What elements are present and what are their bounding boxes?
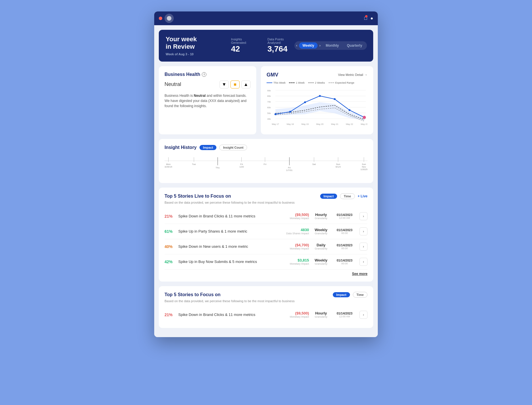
user-icon[interactable]: ● <box>370 16 373 21</box>
period-quarterly-button[interactable]: Quarterly <box>343 42 365 49</box>
top5-live-subtitle: Based on the data provided, we perceive … <box>165 201 367 204</box>
story-row-1: 21% Spike Down in Brand Clicks & 11 more… <box>165 209 367 224</box>
story-3-arrow[interactable]: › <box>359 243 367 251</box>
legend-1-week: 1 Week <box>289 81 304 84</box>
health-icons: ▼ ■ ▲ <box>220 80 251 89</box>
story-2-impact-label: Data Shares Impact <box>286 232 309 235</box>
story-3-freq-value: Daily <box>312 243 330 247</box>
notification-dot <box>365 15 367 17</box>
tick-2: Tue <box>192 157 196 172</box>
legend-this-week: This Week <box>267 81 285 84</box>
close-button[interactable] <box>159 17 162 20</box>
tick-mark-6 <box>289 157 290 165</box>
focus-story-row-1: 21% Spike Down in Brand Clicks & 11 more… <box>165 307 367 322</box>
tick-label-4: Fri1/20 <box>239 163 244 168</box>
story-row-2: 61% Spike Up in Party Shares & 1 more me… <box>165 224 367 239</box>
health-status-label: Neutral <box>165 81 181 87</box>
top5-live-card: Top 5 Stories Live to Focus on Impact Ti… <box>159 188 373 282</box>
svg-text:May 19: May 19 <box>302 123 309 125</box>
data-point-2 <box>289 111 291 113</box>
tick-mark-2 <box>194 157 194 162</box>
story-3-impact-label: Monetary Impact <box>286 247 309 250</box>
app-logo <box>165 14 174 23</box>
focus-story-1-freq-value: Hourly <box>312 311 330 315</box>
legend-expected: Expected Range <box>328 81 355 84</box>
legend-line-this-week <box>267 82 272 83</box>
story-2-desc: Spike Up in Party Shares & 1 more metric <box>178 229 283 233</box>
story-4-freq: Weekly Granularity <box>312 258 330 265</box>
story-1-date-value: 01/14/2023 <box>333 213 356 217</box>
story-2-arrow[interactable]: › <box>359 227 367 235</box>
live-button[interactable]: + Live <box>358 194 367 198</box>
notification-icon[interactable]: □ <box>364 16 367 21</box>
story-1-arrow[interactable]: › <box>359 212 367 220</box>
story-1-time: 12:00 AM <box>333 217 356 219</box>
svg-text:May 18: May 18 <box>287 123 294 125</box>
view-metric-link[interactable]: View Metric Detail → <box>338 73 367 76</box>
top5-focus-impact-tag[interactable]: Impact <box>333 292 350 297</box>
tick-6: Fri1/7/31 <box>286 157 292 172</box>
focus-story-1-freq: Hourly Granularity <box>312 311 330 318</box>
story-1-freq-value: Hourly <box>312 213 330 217</box>
data-point-1 <box>275 113 277 115</box>
data-points-stat: Data PointsAnalysed: 3,764 <box>267 38 287 54</box>
top5-focus-time-tag[interactable]: Time <box>353 292 367 298</box>
svg-text:50k: 50k <box>267 112 271 114</box>
tick-5: Fri <box>264 157 266 172</box>
story-4-arrow[interactable]: › <box>359 258 367 266</box>
tick-mark-3 <box>218 157 218 165</box>
top5-live-impact-tag[interactable]: Impact <box>320 194 337 199</box>
top5-focus-subtitle: Based on the data provided, we perceive … <box>165 299 367 303</box>
tick-8: Sun9/1/4 <box>336 157 341 172</box>
data-point-3 <box>304 101 306 103</box>
story-4-impact-label: Monetary Impact <box>286 262 309 265</box>
tick-mark-4 <box>241 157 242 162</box>
top5-live-time-tag[interactable]: Time <box>340 193 355 199</box>
focus-story-1-arrow[interactable]: › <box>359 311 367 319</box>
see-more-link[interactable]: See more <box>165 272 367 276</box>
tick-label-5: Fri <box>264 163 266 166</box>
timeline-ticks: Mon3/29/15 Tue Thu Fri1/20 <box>165 157 367 172</box>
tick-label-7: Sat <box>312 163 316 166</box>
insight-history-count-tag[interactable]: Insight Count <box>219 145 247 150</box>
svg-text:May 21: May 21 <box>331 123 338 125</box>
period-monthly-button[interactable]: Monthly <box>322 42 342 49</box>
tick-label-9: SunNov1/2025 <box>360 163 367 171</box>
story-1-date: 01/14/2023 12:00 AM <box>333 213 356 219</box>
focus-story-1-impact: ($9,500) Monetary Impact <box>286 311 309 318</box>
tick-3: Thu <box>216 157 220 172</box>
story-3-impact: ($4,700) Monetary Impact <box>286 243 309 250</box>
data-point-last <box>363 116 366 119</box>
focus-story-1-date-value: 01/14/2023 <box>333 312 356 315</box>
gmv-legend: This Week 1 Week 2 Weeks Expected Range <box>267 81 367 84</box>
tick-mark-5 <box>265 157 265 162</box>
tick-1: Mon3/29/15 <box>165 157 172 172</box>
header-card: Your week in Review Week of Aug 3 - 10 I… <box>159 30 373 62</box>
app-window: □ ● Your week in Review Week of Aug 3 - … <box>154 11 378 337</box>
story-row-4: 42% Spike Up in Buy Now Submits & 5 more… <box>165 254 367 270</box>
story-1-impact-value: ($9,500) <box>286 213 309 217</box>
svg-text:60k: 60k <box>267 106 271 109</box>
header-title-section: Your week in Review Week of Aug 3 - 10 <box>166 36 217 56</box>
svg-text:70k: 70k <box>267 101 271 103</box>
story-4-desc: Spike Up in Buy Now Submits & 5 more met… <box>178 259 283 264</box>
story-1-impact-label: Monetary Impact <box>286 217 309 220</box>
period-weekly-button[interactable]: Weekly <box>299 42 318 49</box>
story-2-percent: 61% <box>165 229 175 234</box>
expected-range-area <box>275 102 364 121</box>
tick-label-8: Sun9/1/4 <box>336 163 341 168</box>
chevron-left-icon: ‹ <box>296 44 297 48</box>
story-3-freq: Daily Granularity <box>312 243 330 250</box>
tick-mark-7 <box>314 157 314 162</box>
header-title: Your week in Review <box>166 36 217 51</box>
info-icon[interactable]: i <box>202 72 206 77</box>
gmv-chart-container: 90k 80k 70k 60k 50k 40k <box>267 86 367 129</box>
svg-text:May 17: May 17 <box>272 123 279 125</box>
health-icon-neutral: ■ <box>230 80 240 89</box>
timeline-container: Mon3/29/15 Tue Thu Fri1/20 <box>165 155 367 177</box>
chevron-right-icon: › <box>319 44 320 48</box>
story-1-freq: Hourly Granularity <box>312 213 330 220</box>
insight-history-impact-tag[interactable]: Impact <box>200 145 216 150</box>
tick-7: Sat <box>312 157 316 172</box>
top5-live-header: Top 5 Stories Live to Focus on Impact Ti… <box>165 193 367 199</box>
